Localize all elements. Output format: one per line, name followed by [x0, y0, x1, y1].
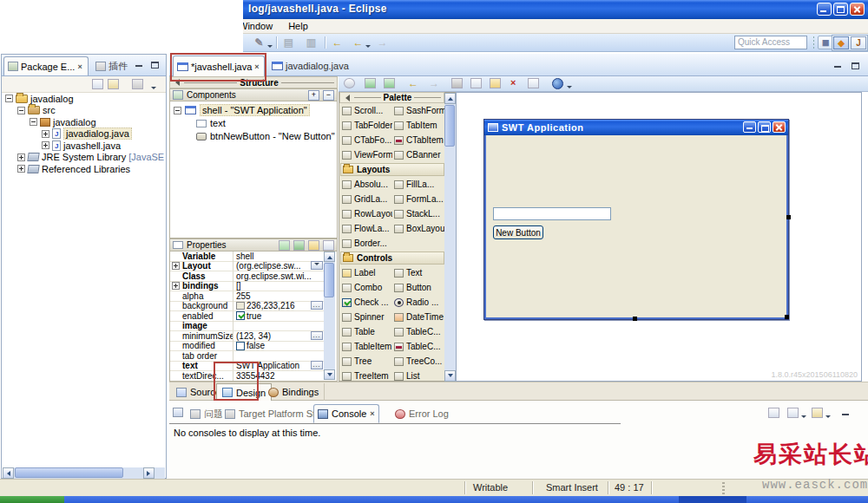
preview-client-area[interactable]: New Button	[484, 135, 788, 319]
close-tab-icon[interactable]: ×	[370, 410, 374, 417]
run-config-icon[interactable]: ✎	[252, 36, 266, 49]
show-events-icon[interactable]	[279, 240, 290, 251]
palette-item-tree[interactable]: Tree	[340, 354, 392, 369]
component-shell[interactable]: shell - "SWT Application"	[174, 104, 337, 116]
property-value[interactable]: (org.eclipse.sw...	[233, 261, 324, 271]
expand-all-button[interactable]: +	[308, 90, 319, 101]
palette-item-combo[interactable]: Combo	[340, 280, 392, 295]
palette-scrollbar[interactable]	[444, 93, 456, 382]
tree-item-package[interactable]: javadialog	[30, 116, 164, 128]
palette-item-flowlayout[interactable]: FlowLa...	[340, 221, 392, 236]
property-row-background[interactable]: background 236,233,216 ...	[170, 302, 324, 312]
preview-new-button[interactable]: New Button	[493, 225, 543, 239]
edit-value-button[interactable]: ...	[311, 361, 323, 369]
palette-item-sashform[interactable]: SashForm	[392, 103, 444, 118]
tree-item-jre-library[interactable]: JRE System Library [JavaSE-1.	[17, 152, 164, 164]
window-titlebar[interactable]: log/javashell.java - Eclipse	[243, 0, 868, 19]
scrollbar-thumb[interactable]	[444, 105, 455, 147]
minimize-editor-icon[interactable]	[832, 60, 844, 70]
window-minimize-button[interactable]	[817, 3, 832, 16]
checkbox-checked-icon[interactable]	[236, 311, 245, 320]
palette-item-treecolumn[interactable]: TreeCo...	[392, 354, 444, 369]
start-button[interactable]	[0, 496, 64, 503]
expand-icon[interactable]	[42, 130, 49, 138]
property-row-taborder[interactable]: tab order ...	[170, 351, 324, 362]
property-row-enabled[interactable]: enabled true	[170, 311, 324, 322]
horizontal-scrollbar[interactable]	[3, 467, 165, 479]
design-perspective-button[interactable]: ◆	[833, 36, 849, 49]
new-console-chevron-icon[interactable]	[825, 412, 831, 422]
display-selected-console-icon[interactable]	[787, 408, 799, 418]
property-value[interactable]: shell	[233, 252, 324, 261]
scroll-down-button[interactable]	[444, 370, 456, 382]
collapse-icon[interactable]	[174, 107, 181, 114]
focus-icon[interactable]	[132, 79, 143, 89]
tree-item-referenced-libraries[interactable]: Referenced Libraries	[17, 163, 164, 175]
scroll-down-button[interactable]	[324, 369, 335, 380]
palette-item-tableitem[interactable]: TableItem	[340, 339, 392, 354]
expand-icon[interactable]	[172, 262, 180, 270]
scrollbar-thumb[interactable]	[324, 263, 334, 297]
palette-item-tabitem[interactable]: TabItem	[392, 118, 444, 133]
expand-icon[interactable]	[42, 141, 49, 149]
property-value[interactable]: true	[233, 311, 324, 321]
expand-icon[interactable]	[17, 165, 25, 173]
palette-item-tablecolumn[interactable]: TableC...	[392, 324, 444, 339]
cut-icon[interactable]	[451, 78, 463, 88]
menu-help[interactable]: Help	[286, 20, 310, 32]
palette-item-datetime[interactable]: DateTime	[392, 310, 444, 324]
palette-item-stacklayout[interactable]: StackL...	[392, 206, 444, 221]
palette-item-radiobutton[interactable]: Radio ...	[392, 295, 444, 310]
locale-globe-icon[interactable]	[552, 78, 563, 89]
minimize-console-icon[interactable]	[839, 408, 852, 418]
palette-item-scrolledcomposite[interactable]: Scroll...	[340, 103, 392, 118]
property-row-image[interactable]: image ...	[170, 322, 324, 332]
scroll-up-button[interactable]	[444, 93, 456, 104]
properties-scrollbar[interactable]	[324, 252, 335, 380]
preview-text-field[interactable]	[493, 207, 611, 220]
search-icon[interactable]: ▥	[304, 36, 319, 49]
externalize-strings-icon[interactable]	[384, 78, 395, 88]
choose-component-icon[interactable]	[365, 78, 376, 88]
forward-icon[interactable]: →	[375, 36, 390, 49]
property-value[interactable]: org.eclipse.swt.wi...	[233, 271, 324, 281]
design-canvas[interactable]: SWT Application New Button 1.8.0.r45x201…	[456, 92, 862, 382]
edit-value-button[interactable]: ...	[311, 301, 323, 310]
property-row-class[interactable]: Class org.eclipse.swt.wi...	[170, 271, 324, 282]
palette-item-boxlayout[interactable]: BoxLayout	[392, 221, 444, 236]
palette-item-cbanner[interactable]: CBanner	[392, 147, 444, 162]
goto-definition-icon[interactable]	[293, 240, 305, 251]
new-wizard-icon[interactable]: ▤	[281, 36, 296, 49]
back-icon[interactable]: ←	[330, 36, 345, 49]
property-value[interactable]: []	[233, 281, 324, 291]
collapse-all-button[interactable]: −	[323, 90, 334, 101]
collapse-icon[interactable]	[5, 95, 13, 102]
palette-item-rowlayout[interactable]: RowLayout	[340, 206, 392, 221]
back-history-icon[interactable]: ←	[351, 36, 365, 49]
property-value[interactable]: (123, 34) ...	[233, 331, 324, 341]
palette-item-borderlayout[interactable]: Border...	[340, 236, 392, 251]
design-preview-window[interactable]: SWT Application New Button	[483, 119, 789, 320]
run-dropdown-chevron-icon[interactable]	[267, 42, 273, 52]
palette-item-spinner[interactable]: Spinner	[340, 310, 392, 324]
palette-item-gridlayout[interactable]: GridLa...	[340, 192, 392, 206]
property-row-modified[interactable]: modified false	[170, 342, 324, 352]
selection-handle-bottom[interactable]	[633, 317, 637, 321]
palette-category-controls[interactable]: Controls	[340, 252, 444, 265]
expand-icon[interactable]	[172, 282, 180, 290]
collapse-icon[interactable]	[17, 107, 25, 114]
collapse-all-icon[interactable]	[92, 79, 103, 89]
properties-menu-icon[interactable]	[323, 240, 334, 251]
palette-item-tablecursor[interactable]: TableC...	[392, 339, 444, 354]
palette-item-formlayout[interactable]: FormLa...	[392, 192, 444, 206]
scroll-left-button[interactable]	[3, 467, 14, 479]
component-button[interactable]: btnNewButton - "New Button"	[196, 130, 337, 142]
back-history-chevron-icon[interactable]	[365, 42, 371, 52]
scrollbar-thumb[interactable]	[15, 467, 123, 478]
preview-minimize-button[interactable]	[743, 121, 756, 133]
palette-item-ctabitem[interactable]: CTabItem	[392, 133, 444, 147]
property-row-layout[interactable]: Layout (org.eclipse.sw...	[170, 262, 324, 272]
property-value[interactable]: 236,233,216 ...	[233, 301, 324, 310]
palette-item-list[interactable]: List	[392, 369, 444, 382]
edit-value-button[interactable]: ...	[311, 331, 323, 340]
